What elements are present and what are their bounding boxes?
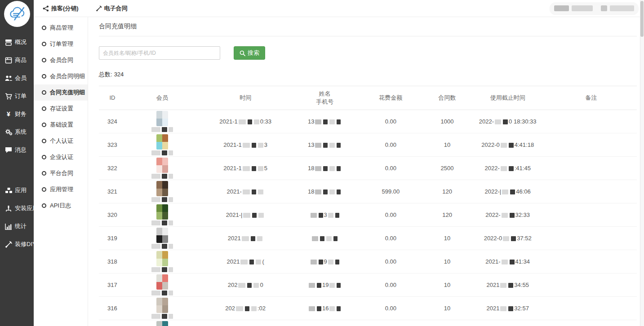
sidebar-item-消息[interactable]: 消息 — [0, 141, 34, 159]
submenu-item-企业认证[interactable]: 企业认证 — [34, 149, 88, 165]
system-icon — [4, 128, 13, 136]
submenu-item-商品管理[interactable]: 商品管理 — [34, 20, 88, 36]
cell-id: 318 — [99, 250, 126, 273]
search-input[interactable] — [99, 46, 220, 60]
cell-member — [128, 228, 197, 249]
cell-time: 2021 — [198, 227, 292, 250]
tab-econtract[interactable]: 电子合同 — [96, 4, 128, 13]
submenu-item-平台合同[interactable]: 平台合同 — [34, 165, 88, 181]
redacted-text — [337, 143, 341, 148]
cell-contracts: 1000 — [424, 110, 470, 133]
redacted-text — [151, 174, 160, 179]
sidebar-item-label: 应用 — [15, 186, 27, 194]
cell-amount: 0.00 — [357, 110, 425, 133]
submenu-item-基础设置[interactable]: 基础设置 — [34, 117, 88, 133]
apps-icon — [4, 187, 13, 194]
member-name-redacted — [151, 267, 173, 272]
avatar-pixel — [162, 111, 168, 119]
submenu-item-合同充值明细[interactable]: 合同充值明细 — [34, 84, 88, 101]
redacted-text — [337, 283, 341, 288]
redacted-text — [251, 306, 257, 311]
vertical-scrollbar[interactable] — [640, 0, 644, 326]
submenu-item-个人认证[interactable]: 个人认证 — [34, 133, 88, 149]
cell-time: 2021-| — [198, 203, 292, 227]
redacted-text — [169, 244, 173, 249]
cell-contracts: 120 — [424, 320, 470, 326]
sidebar-item-装修DIY[interactable]: 装修DIY — [0, 235, 34, 253]
redacted-text — [162, 244, 167, 249]
table-row: 3222021-15180.0025002022-:41:45 — [99, 157, 637, 180]
tab-tuike[interactable]: 推客(分销) — [43, 4, 79, 13]
redacted-text — [319, 260, 323, 264]
redacted-text — [253, 283, 259, 288]
redacted-text — [311, 260, 317, 264]
member-avatar — [156, 134, 168, 150]
redacted-text — [500, 283, 506, 288]
right-region: 推客(分销) 电子合同 商品管理订单管理会员合同会员合同明细合同充值明细存证设置… — [34, 0, 644, 326]
secondary-sidebar: 商品管理订单管理会员合同会员合同明细合同充值明细存证设置基础设置个人认证企业认证… — [34, 17, 88, 326]
sidebar-item-label: 概况 — [15, 38, 27, 46]
redacted-text — [242, 236, 249, 241]
redacted-text — [309, 306, 315, 311]
redacted-text — [258, 189, 263, 194]
redacted-text — [329, 189, 335, 194]
sidebar-item-统计[interactable]: 统计 — [0, 217, 34, 235]
submenu-item-会员合同[interactable]: 会员合同 — [34, 52, 88, 68]
redacted-text — [236, 306, 243, 311]
cell-amount: 0.00 — [357, 320, 425, 326]
avatar-pixel — [156, 321, 162, 326]
members-icon — [4, 75, 13, 82]
redacted-text — [254, 119, 259, 124]
sidebar-item-会员[interactable]: 会员 — [0, 69, 34, 87]
search-button[interactable]: 搜索 — [234, 46, 265, 60]
avatar-pixel — [162, 119, 168, 126]
submenu-item-API日志[interactable]: API日志 — [34, 198, 88, 214]
user-account-area[interactable] — [550, 2, 639, 14]
table-row: 3212021-18599.001202022-|46:06 — [99, 180, 637, 203]
tab-tuike-label: 推客(分销) — [51, 4, 79, 13]
cell-name-phone: 18 — [293, 157, 357, 180]
redacted-text — [333, 236, 338, 241]
cell-member — [128, 274, 197, 295]
page-title: 合同充值明细 — [99, 22, 637, 36]
redacted-text — [162, 174, 167, 179]
cell-remark — [545, 110, 637, 133]
total-value: 324 — [114, 71, 124, 78]
submenu-item-会员合同明细[interactable]: 会员合同明细 — [34, 68, 88, 84]
submenu-item-存证设置[interactable]: 存证设置 — [34, 101, 88, 117]
column-header-时间: 时间 — [198, 86, 292, 110]
sidebar-item-商品[interactable]: 商品 — [0, 51, 34, 69]
redacted-text — [510, 213, 515, 218]
avatar-pixel — [156, 134, 162, 142]
total-count: 总数:324 — [99, 70, 637, 79]
sidebar-item-label: 商品 — [15, 56, 27, 64]
sidebar-item-概况[interactable]: 概况 — [0, 33, 34, 51]
redacted-text — [328, 260, 333, 264]
sidebar-item-系统[interactable]: 系统 — [0, 123, 34, 141]
sidebar-item-安装应用[interactable]: 安装应用 — [0, 199, 34, 217]
cell-member — [128, 321, 197, 326]
sidebar-item-应用[interactable]: 应用 — [0, 181, 34, 199]
cell-contracts: 2500 — [424, 157, 470, 180]
redacted-text — [509, 166, 514, 171]
scrollbar-thumb[interactable] — [640, 1, 644, 37]
cell-id: 321 — [99, 180, 126, 203]
redacted-text — [249, 260, 254, 264]
avatar-pixel — [162, 305, 168, 313]
submenu-item-订单管理[interactable]: 订单管理 — [34, 36, 88, 52]
avatar-pixel — [162, 142, 168, 150]
redacted-text — [317, 306, 321, 311]
sidebar-item-label: 统计 — [15, 222, 27, 230]
submenu-item-应用管理[interactable]: 应用管理 — [34, 181, 88, 198]
redacted-text — [323, 119, 328, 124]
cell-member — [128, 204, 197, 225]
submenu-item-label: 基础设置 — [50, 121, 73, 129]
redacted-text — [151, 291, 160, 295]
logo[interactable] — [0, 0, 34, 27]
redacted-text — [510, 260, 515, 264]
sidebar-item-财务[interactable]: ¥财务 — [0, 105, 34, 123]
redacted-text — [323, 143, 328, 148]
avatar-pixel — [156, 298, 162, 305]
redacted-text — [239, 119, 246, 124]
sidebar-item-订单[interactable]: 订单 — [0, 87, 34, 105]
